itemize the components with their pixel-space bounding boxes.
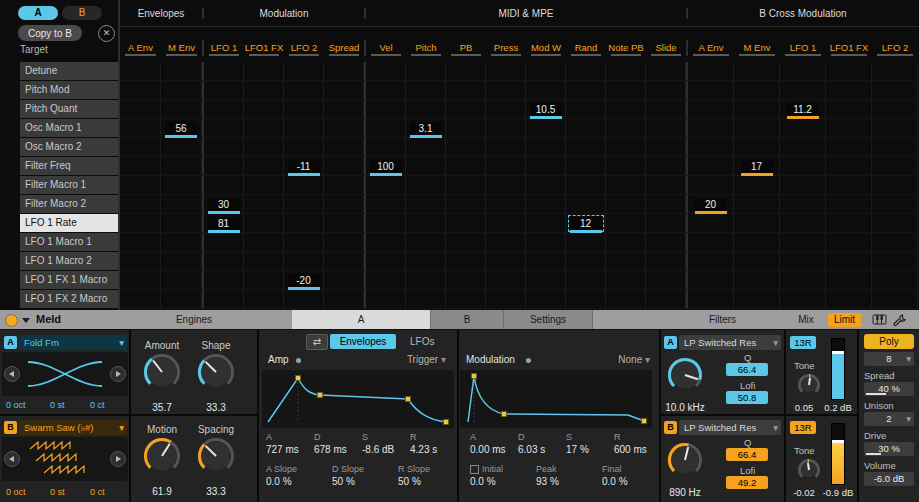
filter-a-type-select[interactable]: LP Switched Res [679, 335, 781, 350]
matrix-cell[interactable] [526, 233, 566, 251]
matrix-cell[interactable] [688, 233, 734, 251]
matrix-cell[interactable] [324, 157, 364, 175]
matrix-cell[interactable] [284, 252, 324, 270]
matrix-cell[interactable] [244, 290, 284, 308]
engine-a-wave-display[interactable] [2, 352, 128, 396]
matrix-cell[interactable] [486, 176, 526, 194]
matrix-cell[interactable] [324, 62, 364, 80]
matrix-cell[interactable] [244, 176, 284, 194]
unison-select[interactable]: 2 [864, 412, 914, 426]
matrix-cell[interactable] [446, 138, 486, 156]
env-param[interactable]: R Slope50 % [398, 464, 464, 487]
matrix-cell[interactable] [688, 290, 734, 308]
matrix-cell[interactable]: -20 [284, 271, 324, 289]
env-param[interactable]: S-8.6 dB [362, 432, 410, 455]
mix-b-tone-knob[interactable] [796, 457, 822, 487]
env-param[interactable]: D6.03 s [518, 432, 566, 455]
matrix-cell[interactable]: 3.1 [406, 119, 446, 137]
matrix-cell[interactable] [120, 214, 161, 232]
matrix-cell[interactable] [872, 252, 918, 270]
matrix-cell[interactable] [284, 233, 324, 251]
matrix-cell[interactable] [734, 62, 780, 80]
engine-b-semitone[interactable]: 0 st [50, 487, 65, 497]
matrix-cell[interactable] [406, 252, 446, 270]
mod-envelope-graph[interactable] [460, 370, 652, 428]
matrix-cell[interactable] [446, 214, 486, 232]
matrix-cell[interactable]: 17 [734, 157, 780, 175]
matrix-cell[interactable] [734, 252, 780, 270]
env-param[interactable]: A0.00 ms [470, 432, 518, 455]
matrix-cell[interactable] [734, 138, 780, 156]
tab-settings[interactable]: Settings [504, 310, 593, 329]
matrix-cell[interactable] [646, 119, 686, 137]
keys-icon[interactable] [872, 313, 888, 327]
matrix-cell[interactable] [780, 62, 826, 80]
matrix-cell[interactable] [120, 195, 161, 213]
matrix-column-header[interactable]: Slide [646, 40, 686, 56]
engine-a-octave[interactable]: 0 oct [6, 400, 26, 410]
matrix-cell[interactable] [688, 271, 734, 289]
matrix-cell[interactable] [734, 176, 780, 194]
close-icon[interactable]: ✕ [98, 25, 115, 42]
env-handle[interactable] [318, 393, 323, 398]
matrix-cell[interactable] [161, 214, 202, 232]
matrix-cell[interactable] [446, 271, 486, 289]
wrench-icon[interactable] [892, 313, 908, 327]
matrix-cell[interactable] [606, 119, 646, 137]
matrix-cell[interactable] [780, 214, 826, 232]
matrix-cell[interactable] [406, 81, 446, 99]
filter-b-type-select[interactable]: LP Switched Res [679, 420, 781, 435]
filter-b-lofi-value[interactable]: 49.2 [726, 476, 768, 489]
matrix-cell[interactable] [161, 271, 202, 289]
matrix-cell[interactable] [486, 62, 526, 80]
matrix-cell[interactable] [606, 233, 646, 251]
matrix-cell[interactable] [244, 195, 284, 213]
matrix-cell[interactable] [284, 138, 324, 156]
tab-a[interactable]: A [292, 310, 431, 329]
matrix-row-label[interactable]: Filter Macro 2 [20, 195, 118, 213]
matrix-cell[interactable] [284, 214, 324, 232]
matrix-cell[interactable] [566, 81, 606, 99]
matrix-cell[interactable] [526, 195, 566, 213]
env-handle[interactable] [472, 374, 477, 379]
filter-a-q-value[interactable]: 66.4 [726, 363, 768, 376]
matrix-cell[interactable] [446, 62, 486, 80]
matrix-cell[interactable] [646, 252, 686, 270]
env-handle[interactable] [296, 376, 301, 381]
matrix-cell[interactable] [526, 176, 566, 194]
matrix-cell[interactable] [204, 81, 244, 99]
matrix-cell[interactable] [606, 176, 646, 194]
matrix-cell[interactable] [646, 62, 686, 80]
matrix-cell[interactable] [244, 271, 284, 289]
spread-value[interactable]: 40 % [864, 382, 914, 396]
matrix-cell[interactable] [324, 195, 364, 213]
matrix-cell[interactable] [526, 138, 566, 156]
matrix-column-header[interactable]: LFO1 FX [244, 40, 284, 56]
matrix-cell[interactable] [606, 138, 646, 156]
matrix-cell[interactable] [646, 271, 686, 289]
mod-target-select[interactable]: None [594, 354, 650, 365]
matrix-cell[interactable] [780, 157, 826, 175]
tab-lfos[interactable]: LFOs [410, 336, 434, 347]
tab-envelopes[interactable]: Envelopes [330, 334, 396, 349]
matrix-cell[interactable] [324, 81, 364, 99]
matrix-cell[interactable] [688, 157, 734, 175]
amp-trigger-mode-select[interactable]: Trigger [390, 354, 446, 365]
engine-b-cent[interactable]: 0 ct [90, 487, 105, 497]
env-param[interactable]: R4.23 s [410, 432, 458, 455]
matrix-cell[interactable] [204, 138, 244, 156]
fold-arrow-icon[interactable] [22, 318, 30, 323]
matrix-cell[interactable] [826, 252, 872, 270]
matrix-cell[interactable] [161, 81, 202, 99]
matrix-cell[interactable] [120, 100, 161, 118]
env-param[interactable]: D Slope50 % [332, 464, 398, 487]
matrix-cell[interactable] [688, 252, 734, 270]
voices-select[interactable]: 8 [864, 352, 914, 366]
matrix-cell[interactable] [606, 81, 646, 99]
matrix-cell[interactable] [486, 100, 526, 118]
spacing-knob[interactable] [196, 436, 236, 480]
matrix-cell[interactable] [366, 252, 406, 270]
matrix-cell[interactable] [606, 100, 646, 118]
matrix-cell[interactable] [872, 157, 918, 175]
matrix-cell[interactable] [406, 233, 446, 251]
